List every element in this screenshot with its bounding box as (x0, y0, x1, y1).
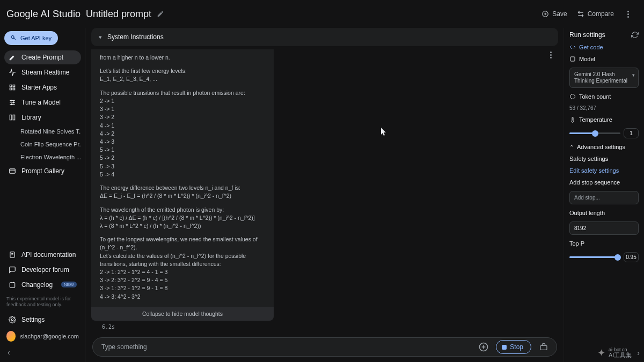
svg-rect-4 (13, 88, 15, 90)
disclaimer-text: This experimental model is for feedback … (4, 293, 81, 312)
run-settings-title: Run settings (569, 31, 605, 39)
topbar: Google AI Studio Untitled prompt Save Co… (0, 0, 644, 28)
compare-label: Compare (588, 10, 614, 18)
stop-icon (502, 345, 507, 350)
svg-point-6 (13, 102, 14, 103)
chevron-down-icon: ▾ (99, 34, 102, 41)
library-item-1[interactable]: Coin Flip Sequence Pr... (4, 138, 81, 150)
svg-point-18 (570, 94, 575, 99)
new-badge: NEW (61, 282, 77, 287)
thoughts-content: from a higher n to a lower n.Let's list … (91, 49, 274, 307)
get-api-key-button[interactable]: Get API key (4, 31, 58, 45)
token-count-label: Token count (569, 93, 639, 100)
system-instructions-label: System Instructions (107, 33, 164, 41)
stop-button[interactable]: Stop (496, 340, 531, 354)
library-item-2[interactable]: Electron Wavelength ... (4, 151, 81, 163)
edit-title-icon[interactable] (157, 10, 164, 18)
svg-rect-3 (10, 88, 12, 90)
user-account[interactable]: slachgar@google.com (4, 328, 81, 345)
svg-point-14 (11, 319, 13, 321)
temperature-slider[interactable] (569, 132, 620, 134)
output-length-input[interactable]: 8192 (569, 221, 639, 235)
svg-point-5 (11, 100, 12, 101)
model-thoughts-card: from a higher n to a lower n.Let's list … (91, 49, 274, 321)
temperature-value[interactable]: 1 (624, 128, 639, 138)
sidebar-item-changelog[interactable]: Changelog NEW (4, 278, 81, 292)
sidebar-item-prompt-gallery[interactable]: Prompt Gallery (4, 164, 81, 178)
avatar (6, 331, 16, 342)
mouse-cursor-icon (381, 128, 387, 136)
save-button[interactable]: Save (541, 10, 567, 18)
svg-rect-17 (570, 57, 575, 61)
temperature-label: Temperature (569, 116, 639, 123)
svg-rect-13 (10, 283, 14, 287)
overflow-menu-icon[interactable] (624, 11, 632, 18)
sidebar-item-api-docs[interactable]: API documentation (4, 248, 81, 262)
svg-point-7 (11, 104, 12, 105)
input-row: Type something Stop (91, 333, 558, 362)
stop-sequence-input[interactable]: Add stop... (569, 191, 639, 204)
sidebar-item-starter-apps[interactable]: Starter Apps (4, 80, 81, 94)
edit-safety-link[interactable]: Edit safety settings (569, 167, 639, 174)
top-p-value[interactable]: 0.95 (624, 252, 639, 262)
svg-rect-2 (13, 85, 15, 87)
sidebar-item-tune-model[interactable]: Tune a Model (4, 95, 81, 109)
sidebar-item-settings[interactable]: Settings (4, 313, 81, 327)
elapsed-time: 6.2s (91, 321, 558, 333)
sidebar-item-library[interactable]: Library (4, 110, 81, 124)
sidebar: Get API key Create Prompt Stream Realtim… (0, 28, 86, 362)
run-settings-panel: Run settings Get code Model Gemini 2.0 F… (564, 28, 644, 362)
sidebar-item-stream-realtime[interactable]: Stream Realtime (4, 65, 81, 79)
watermark-icon: ✦ (597, 347, 605, 359)
sidebar-item-dev-forum[interactable]: Developer forum (4, 263, 81, 277)
output-length-label: Output length (569, 210, 639, 216)
model-label: Model (569, 56, 639, 62)
collapse-sidebar-icon[interactable]: ‹ (4, 346, 81, 359)
watermark: ✦ ai-bot.cn AI工具集 › (597, 347, 640, 359)
advanced-settings-toggle[interactable]: ⌃ Advanced settings (569, 144, 639, 150)
save-label: Save (552, 10, 567, 18)
user-email: slachgar@google.com (20, 333, 79, 339)
top-p-slider[interactable] (569, 256, 620, 258)
model-select[interactable]: Gemini 2.0 Flash Thinking Experimental (569, 68, 639, 88)
page-title: Untitled prompt (86, 9, 151, 20)
message-menu-icon[interactable] (546, 51, 555, 58)
token-count-value: 53 / 32,767 (569, 105, 639, 111)
stop-sequence-label: Add stop sequence (569, 179, 639, 186)
app-logo: Google AI Studio (0, 9, 86, 20)
refresh-icon[interactable] (631, 31, 639, 39)
svg-rect-1 (10, 85, 12, 87)
gallery-icon[interactable] (537, 340, 551, 354)
sidebar-item-create-prompt[interactable]: Create Prompt (4, 50, 81, 64)
main-area: ▾ System Instructions from a higher n to… (86, 28, 564, 362)
collapse-thoughts-button[interactable]: Collapse to hide model thoughts (91, 307, 274, 321)
api-key-label: Get API key (20, 35, 52, 41)
compare-button[interactable]: Compare (577, 10, 614, 18)
chat-area: from a higher n to a lower n.Let's list … (91, 49, 558, 333)
top-p-label: Top P (569, 240, 639, 247)
get-code-link[interactable]: Get code (569, 44, 639, 50)
svg-rect-11 (10, 169, 16, 173)
svg-rect-16 (540, 345, 547, 350)
add-attachment-icon[interactable] (477, 340, 491, 354)
system-instructions-bar[interactable]: ▾ System Instructions (91, 28, 558, 46)
safety-settings-label: Safety settings (569, 156, 639, 162)
library-item-0[interactable]: Rotated Nine Solves T... (4, 125, 81, 137)
